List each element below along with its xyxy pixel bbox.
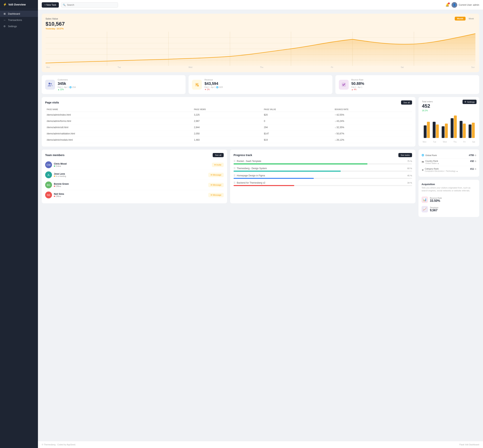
page-visits-table: PAGE NAME PAGE VIEWS PAGE VALUE BOUNCE R… (45, 107, 412, 143)
progress-item-header: ☰ Themesberg - Design System 60 % (234, 167, 412, 170)
sidebar: ⚡ Volt Overview ⊞ Dashboard ↔ Transactio… (0, 0, 38, 448)
copy-icon-category: ⧉ (475, 168, 476, 170)
sales-trend: 10.57% (56, 28, 63, 30)
bar-chart-svg (422, 114, 476, 140)
revenue-label: Revenue (204, 79, 223, 81)
dashboard-icon: ⊞ (3, 12, 6, 15)
svg-rect-18 (424, 126, 427, 138)
member-info: Jose Leos In a meeting (54, 173, 206, 177)
list-item: JL Jose Leos In a meeting ✉ Message (45, 170, 224, 180)
sidebar-item-settings[interactable]: ⚙ Settings (0, 23, 38, 29)
user-info[interactable]: 👤 Current User: admin (452, 2, 479, 8)
see-all-team-button[interactable]: See all (213, 153, 224, 157)
task-icon: ☰ (234, 167, 236, 170)
member-info: Chris Wood Online (54, 162, 210, 167)
progress-card: Progress track See tasks ☰ Rocket - SaaS… (230, 150, 415, 203)
revenue-info: Revenue $43,594 Feb 1 - Apr 1 🌐 GER ▼ 2% (204, 79, 223, 91)
member-name: Chris Wood (54, 162, 210, 165)
list-item: ☰ Rocket - SaaS Template 75 % (234, 160, 412, 164)
team-header: Team members See all (45, 153, 224, 157)
page-views-cell: 3,225 (192, 112, 262, 118)
member-name: Bonnie Green (54, 183, 206, 185)
page-views-cell: 2,987 (192, 118, 262, 124)
bounce-acq-icon: 📊 (421, 196, 428, 203)
bounce-rate-cell: ↓ 26,12% (333, 137, 412, 143)
flag-icon: 🏁 (421, 161, 424, 163)
right-panel: Total orders 452 18.2% ⚙ Settings (419, 97, 479, 217)
svg-rect-26 (460, 121, 462, 138)
sidebar-label-transactions: Transactions (8, 19, 22, 21)
customers-label: Customers (58, 79, 76, 81)
member-action-button[interactable]: ✉ Invite (212, 163, 224, 167)
member-action-button[interactable]: ✉ Message (208, 173, 224, 177)
copy-icon-country: ⧉ (475, 160, 476, 162)
rank-card: 🌐 Global Rank #755 ⧉ 🏁 (419, 149, 479, 177)
progress-item-name: ☰ Themesberg - Design System (234, 167, 267, 170)
rank-country-sub: United States ▲ (425, 162, 439, 164)
rank-country-text: Country Rank (425, 160, 439, 162)
list-item: CW Chris Wood Online ✉ Invite (45, 160, 224, 170)
task-icon: ☰ (234, 182, 236, 184)
progress-bar-wrap (234, 171, 412, 172)
member-avatar: JL (45, 171, 52, 178)
list-item: ☰ Backend for Themesberg v2 34 % (234, 182, 412, 186)
settings-button[interactable]: ⚙ Settings (462, 100, 476, 104)
search-icon: 🔍 (63, 4, 66, 6)
svg-rect-23 (445, 124, 448, 138)
notification-icon[interactable]: 🔔 (445, 3, 449, 7)
month-button[interactable]: Month (455, 17, 466, 21)
rank-global-value: #755 ⧉ (469, 154, 476, 157)
rank-category-value: #11 ⧉ (470, 168, 476, 170)
page-value-cell: $147 (262, 131, 333, 137)
svg-rect-22 (442, 126, 444, 138)
list-item: BG Bonnie Green Offline ✉ Message (45, 180, 224, 190)
list-item: ☰ Homepage Design in Figma 45 % (234, 174, 412, 179)
svg-point-11 (48, 83, 50, 84)
status-text: Online (55, 165, 61, 167)
progress-item-name: ☰ Rocket - SaaS Template (234, 160, 261, 162)
search-input[interactable] (61, 2, 118, 8)
status-dot (54, 186, 55, 187)
week-button[interactable]: Week (466, 17, 476, 21)
revenue-trend: ▼ 2% (204, 88, 223, 91)
rank-row-country: 🏁 Country Rank United States ▲ #32 ⧉ (421, 158, 476, 166)
status-dot (54, 176, 55, 177)
sales-card: Sales Value $10,567 Yesterday 10.57% Mon… (42, 14, 479, 72)
rank-category-sub: Computers Electronics > Technology ▲ (425, 170, 458, 172)
member-status: Online (54, 165, 210, 167)
svg-rect-15 (196, 85, 197, 85)
page-name-cell: /demo/admin/forms.html (45, 118, 192, 124)
bounce-value: 50.88% (351, 81, 364, 86)
col-bounce-rate: BOUNCE RATE (333, 107, 412, 112)
sidebar-item-dashboard[interactable]: ⊞ Dashboard (0, 11, 38, 17)
sidebar-item-transactions[interactable]: ↔ Transactions (0, 17, 38, 23)
page-visits-title: Page visits (45, 101, 59, 104)
bc-fri: Fri (463, 141, 466, 143)
svg-rect-19 (427, 122, 430, 138)
new-task-button[interactable]: + New Task (42, 2, 59, 8)
bar-chart-area (422, 114, 476, 140)
task-icon: ☰ (234, 160, 236, 162)
member-action-button[interactable]: ✉ Message (208, 193, 224, 197)
page-value-cell: $19 (262, 137, 333, 143)
page-value-cell: $20 (262, 112, 333, 118)
notification-badge (448, 2, 450, 4)
sales-sub-label: Yesterday (46, 28, 55, 30)
member-avatar: NS (45, 192, 52, 198)
see-tasks-button[interactable]: See tasks (398, 153, 412, 157)
x-label-mon: Mon (46, 66, 50, 68)
bar-chart-x-labels: Mon Tue Wed Thu Fri Sat (422, 141, 476, 143)
acquisition-title: Acquisition (421, 183, 476, 186)
x-label-thu: Thu (260, 66, 263, 68)
sidebar-label-settings: Settings (8, 25, 17, 28)
customers-icon (47, 82, 53, 87)
acquisition-card: Acquisition Tells you where your visitor… (419, 180, 479, 217)
bc-wed: Wed (443, 141, 447, 143)
svg-rect-29 (472, 123, 475, 138)
progress-bar-wrap (234, 163, 412, 164)
progress-bar (234, 178, 314, 179)
settings-nav-icon: ⚙ (3, 25, 6, 28)
progress-header: Progress track See tasks (234, 153, 412, 157)
member-action-button[interactable]: ✉ Message (208, 183, 224, 187)
see-all-visits-button[interactable]: See all (401, 100, 412, 104)
